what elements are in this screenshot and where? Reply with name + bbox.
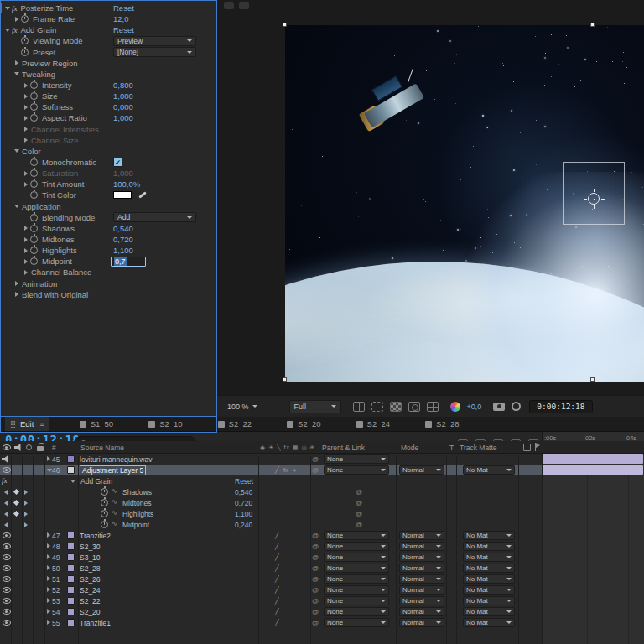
twirl-icon[interactable] <box>22 237 30 242</box>
effect-row-channel-intensities[interactable]: Channel Intensities <box>1 124 216 135</box>
effect-row-channel-balance[interactable]: Channel Balance <box>1 267 216 278</box>
quality-switch[interactable]: ╱ <box>275 532 279 539</box>
layer-name[interactable]: S2_28 <box>80 564 101 573</box>
prev-keyframe-icon[interactable] <box>4 522 8 527</box>
layer-row-50[interactable]: 50S2_28╱@NoneNormalNo Mat <box>0 563 644 574</box>
track-matte-dropdown[interactable]: No Mat <box>463 531 515 540</box>
stopwatch-icon[interactable] <box>21 49 29 56</box>
effect-row-midtones[interactable]: Midtones0,720 <box>1 234 216 245</box>
parent-link-dropdown[interactable]: None <box>324 618 389 627</box>
timeline-tab-edit[interactable]: Edit≡ <box>5 417 49 431</box>
column-mode[interactable]: Mode <box>401 444 418 452</box>
layer-color-swatch[interactable] <box>67 455 75 463</box>
layer-twirl-icon[interactable] <box>47 565 50 570</box>
layer-name[interactable]: S2_26 <box>80 575 101 584</box>
transparency-grid-icon[interactable] <box>390 402 402 412</box>
panel-menu-icon[interactable]: ≡ <box>39 420 44 428</box>
parent-link-dropdown[interactable]: None <box>324 465 389 475</box>
property-value[interactable]: 12,0 <box>113 14 129 23</box>
track-matte-dropdown[interactable]: No Mat <box>463 564 515 573</box>
layer-row-52[interactable]: 52S2_24╱@NoneNormalNo Mat <box>0 584 644 595</box>
layer-name[interactable]: S2_20 <box>80 608 101 616</box>
pick-whip-icon[interactable]: @ <box>312 619 319 626</box>
layer-name[interactable]: S2_30 <box>80 543 101 551</box>
visibility-eye-icon[interactable] <box>3 543 11 549</box>
pick-whip-icon[interactable]: @ <box>356 510 362 517</box>
pick-whip-icon[interactable]: @ <box>312 553 319 561</box>
effect-row-aspect-ratio[interactable]: Aspect Ratio1,000 <box>1 112 216 123</box>
layer-row-45[interactable]: 45lovituri mannequin.wav‒@None <box>0 454 644 465</box>
exposure-value[interactable]: +0,0 <box>467 402 482 411</box>
property-value[interactable]: 1,000 <box>113 113 133 122</box>
property-value[interactable]: 0,720 <box>113 235 133 244</box>
twirl-icon[interactable] <box>13 292 21 297</box>
effect-row-animation[interactable]: Animation <box>1 278 216 289</box>
pick-whip-icon[interactable]: @ <box>312 466 319 474</box>
prev-keyframe-icon[interactable] <box>4 490 8 495</box>
parent-link-dropdown[interactable]: None <box>324 553 389 562</box>
layer-name[interactable]: S2_22 <box>80 597 101 605</box>
layer-color-swatch[interactable] <box>67 597 75 605</box>
solo-column-icon[interactable] <box>26 444 32 450</box>
column-t[interactable]: T <box>449 444 454 452</box>
property-dropdown-blending-mode[interactable]: Add <box>113 212 196 222</box>
stopwatch-icon[interactable] <box>30 257 38 265</box>
prev-keyframe-icon[interactable] <box>4 512 8 517</box>
parent-link-dropdown[interactable]: None <box>324 564 389 573</box>
selection-handle[interactable] <box>590 23 595 27</box>
effect-param-row-highlights[interactable]: ∿Highlights1,100@ <box>0 508 644 519</box>
pick-whip-icon[interactable]: @ <box>312 575 319 583</box>
fx-switch[interactable]: fx <box>283 466 288 474</box>
layer-row-55[interactable]: 55Tranzitie1╱@NoneNormalNo Mat <box>0 617 644 628</box>
track-matte-dropdown[interactable]: No Mat <box>463 574 515 584</box>
twirl-icon[interactable] <box>22 116 30 121</box>
parent-link-dropdown[interactable]: None <box>324 607 389 616</box>
layer-color-swatch[interactable] <box>67 586 75 594</box>
composition-view[interactable] <box>285 25 644 382</box>
property-value[interactable]: 0,000 <box>113 102 133 112</box>
layer-name[interactable]: Adjustment Layer 5 <box>80 465 146 475</box>
keyframe-diamond-icon[interactable] <box>13 489 19 495</box>
param-value[interactable]: 0,240 <box>235 521 252 529</box>
keyframe-diamond-icon[interactable] <box>13 500 19 506</box>
effect-row-blend-with-original[interactable]: Blend with Original <box>1 289 216 300</box>
layer-twirl-icon[interactable] <box>47 554 50 559</box>
track-matte-dropdown[interactable]: No Mat <box>463 607 515 616</box>
pick-whip-icon[interactable]: @ <box>312 455 319 463</box>
effect-row-highlights[interactable]: Highlights1,100 <box>1 245 216 256</box>
preview-timecode[interactable]: 0:00:12:18 <box>529 400 592 413</box>
track-matte-dropdown[interactable]: No Mat <box>463 465 515 475</box>
layer-color-swatch[interactable] <box>67 466 75 474</box>
stopwatch-icon[interactable] <box>30 236 38 243</box>
prev-keyframe-icon[interactable] <box>4 501 8 506</box>
quality-switch[interactable]: ╱ <box>275 586 279 594</box>
twirl-icon[interactable] <box>22 171 30 176</box>
color-management-icon[interactable] <box>450 402 460 412</box>
blend-mode-dropdown[interactable]: Normal <box>399 596 444 605</box>
parent-link-dropdown[interactable]: None <box>324 531 389 540</box>
column-parent-link[interactable]: Parent & Link <box>322 444 365 452</box>
visibility-eye-icon[interactable] <box>3 620 11 626</box>
selection-handle[interactable] <box>590 377 595 382</box>
lock-column-icon[interactable] <box>37 446 44 451</box>
visibility-eye-icon[interactable] <box>3 587 11 593</box>
timeline-tab-s2-28[interactable]: S2_28 <box>420 417 464 431</box>
twirl-icon[interactable] <box>3 7 12 10</box>
twirl-icon[interactable] <box>13 281 21 286</box>
layer-row-54[interactable]: 54S2_20╱@NoneNormalNo Mat <box>0 606 644 617</box>
layer-twirl-icon[interactable] <box>47 598 50 603</box>
pick-whip-icon[interactable]: @ <box>356 488 362 496</box>
audio-column-icon[interactable] <box>14 444 23 451</box>
property-checkbox[interactable]: ✓ <box>113 158 122 167</box>
pick-whip-icon[interactable]: @ <box>312 532 319 539</box>
twirl-icon[interactable] <box>13 17 21 22</box>
param-value[interactable]: 1,100 <box>235 510 252 518</box>
timeline-tab-s2-24[interactable]: S2_24 <box>351 417 395 431</box>
stopwatch-icon[interactable] <box>30 92 38 100</box>
pick-whip-icon[interactable]: @ <box>312 597 319 605</box>
stopwatch-icon[interactable] <box>30 214 38 221</box>
property-dropdown-preset[interactable]: [None] <box>113 47 196 57</box>
layer-duration-bar[interactable] <box>543 454 643 464</box>
pick-whip-icon[interactable]: @ <box>312 543 319 550</box>
twirl-icon[interactable] <box>22 127 30 132</box>
